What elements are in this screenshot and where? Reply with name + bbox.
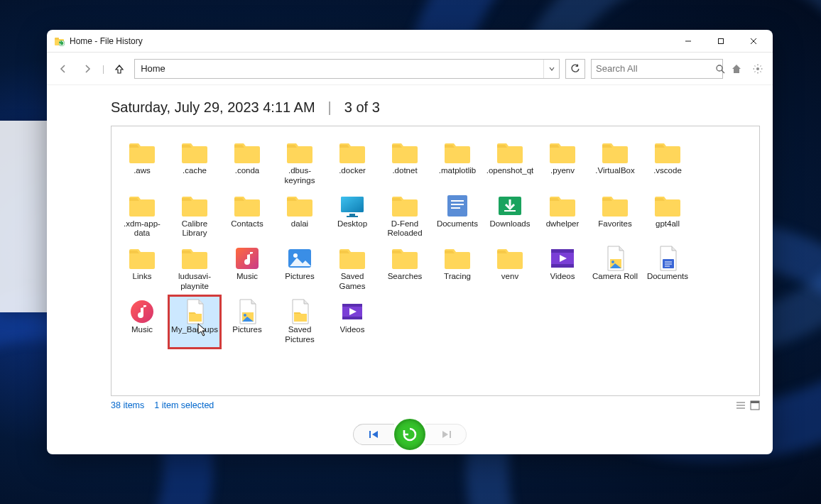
file-item[interactable]: dwhelper [536, 190, 589, 243]
file-history-window: Home - File History | Home [47, 30, 773, 454]
file-item-label: .aws [134, 166, 151, 176]
file-item[interactable]: Music [221, 242, 273, 295]
file-item[interactable]: My_Backups [168, 295, 221, 349]
file-item-label: Pictures [285, 272, 315, 282]
thumbnails-view-icon[interactable] [750, 400, 760, 410]
file-item-label: Videos [550, 272, 575, 282]
up-button[interactable] [110, 60, 129, 78]
svg-rect-11 [341, 197, 364, 212]
details-view-icon[interactable] [736, 400, 746, 410]
folder-icon [599, 139, 631, 166]
file-item[interactable]: .openshot_qt [484, 136, 536, 190]
file-folder-icon [284, 298, 315, 325]
close-button[interactable] [737, 31, 770, 52]
file-item-label: Music [131, 325, 153, 335]
file-item[interactable]: venv [484, 242, 536, 295]
file-item[interactable]: ludusavi-playnite [168, 242, 221, 295]
file-item[interactable]: .dbus-keyrings [273, 136, 326, 190]
folder-icon [389, 192, 420, 219]
cursor-icon [197, 323, 207, 337]
file-item[interactable]: dalai [273, 190, 326, 243]
file-item-label: Documents [437, 219, 478, 229]
back-button[interactable] [54, 60, 72, 78]
file-item[interactable]: Saved Games [326, 242, 379, 295]
file-item[interactable]: Documents [641, 242, 694, 295]
desktop-icon [337, 192, 368, 219]
file-item[interactable]: .vscode [641, 136, 694, 190]
file-item[interactable]: .docker [326, 136, 379, 190]
file-item-label: .vscode [653, 166, 682, 176]
location-dropdown-icon[interactable] [543, 60, 559, 78]
file-item-label: .xdm-app-data [118, 219, 166, 239]
app-icon [54, 35, 65, 47]
svg-rect-36 [342, 304, 362, 307]
file-item[interactable]: Searches [379, 242, 431, 295]
file-item[interactable]: .matplotlib [431, 136, 484, 190]
folder-icon [126, 245, 158, 272]
file-item[interactable]: .pyenv [536, 136, 589, 190]
folder-icon [284, 192, 315, 219]
file-item[interactable]: Contacts [221, 190, 273, 243]
file-item[interactable]: D-Fend Reloaded [379, 190, 431, 243]
folder-icon [284, 139, 315, 166]
file-item[interactable]: Camera Roll [589, 242, 641, 295]
svg-rect-24 [551, 249, 574, 253]
file-item-label: gpt4all [656, 219, 680, 229]
status-bar: 38 items 1 item selected [111, 396, 760, 415]
file-item[interactable]: Videos [326, 295, 379, 349]
file-item[interactable]: .VirtualBox [589, 136, 641, 190]
file-item-label: ludusavi-playnite [170, 272, 219, 292]
file-item-label: .docker [339, 166, 366, 176]
file-item-label: D-Fend Reloaded [381, 219, 429, 239]
file-item[interactable]: .cache [168, 136, 221, 190]
file-doc-icon [652, 245, 683, 272]
folder-icon [337, 245, 368, 272]
folder-icon [389, 245, 420, 272]
left-gutter [47, 85, 111, 415]
file-item[interactable]: Music [116, 295, 168, 349]
svg-rect-4 [719, 38, 724, 43]
search-input[interactable] [596, 63, 715, 74]
selection-count: 1 item selected [154, 400, 214, 410]
file-item[interactable]: Videos [536, 242, 589, 295]
previous-version-button[interactable] [353, 424, 394, 445]
search-box[interactable] [591, 59, 723, 79]
file-item[interactable]: Pictures [273, 242, 326, 295]
forward-button[interactable] [78, 60, 97, 78]
file-item[interactable]: Links [116, 242, 168, 295]
folder-icon [126, 139, 158, 166]
folder-icon [179, 139, 210, 166]
file-item[interactable]: Calibre Library [168, 190, 221, 243]
svg-point-27 [611, 261, 614, 263]
folder-icon [179, 245, 210, 272]
location-text: Home [135, 63, 543, 74]
next-version-button[interactable] [425, 424, 467, 445]
maximize-button[interactable] [705, 31, 737, 52]
documents-icon [442, 192, 473, 219]
minimize-button[interactable] [672, 31, 705, 52]
file-item[interactable]: .dotnet [379, 136, 431, 190]
file-item[interactable]: Saved Pictures [273, 295, 326, 349]
file-item[interactable]: Documents [431, 190, 484, 243]
file-item[interactable]: .xdm-app-data [116, 190, 168, 243]
file-item[interactable]: Desktop [326, 190, 379, 243]
file-item[interactable]: Favorites [589, 190, 641, 243]
file-item[interactable]: Downloads [484, 190, 536, 243]
folder-icon [547, 139, 578, 166]
svg-point-7 [717, 65, 722, 71]
home-button[interactable] [729, 61, 744, 77]
file-item[interactable]: .aws [116, 136, 168, 190]
restore-button[interactable] [394, 419, 425, 450]
file-item-label: Links [133, 272, 152, 282]
file-item-label: Contacts [231, 219, 263, 229]
folder-icon [599, 192, 631, 219]
file-item[interactable]: gpt4all [641, 190, 694, 243]
folder-icon [442, 245, 473, 272]
refresh-button[interactable] [565, 59, 585, 79]
settings-button[interactable] [750, 61, 766, 77]
file-item[interactable]: Pictures [221, 295, 273, 349]
file-list-pane[interactable]: .aws.cache.conda.dbus-keyrings.docker.do… [111, 126, 760, 396]
file-item[interactable]: Tracing [431, 242, 484, 295]
file-item[interactable]: .conda [221, 136, 273, 190]
location-box[interactable]: Home [134, 59, 560, 79]
